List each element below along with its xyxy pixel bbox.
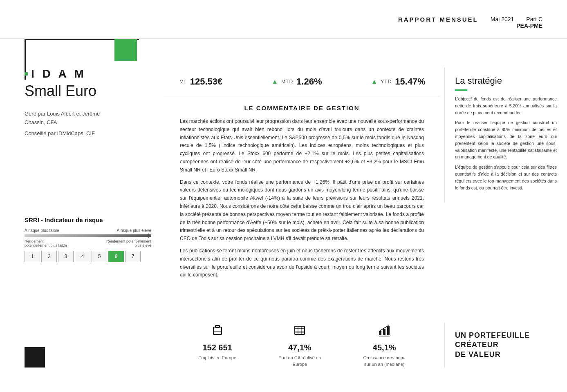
srri-title: SRRI - Indicateur de risque <box>25 216 151 223</box>
srri-sub-high: Rendement potentiellementplus élevé <box>106 239 151 247</box>
stat-vl: VL 125.53€ <box>180 76 222 87</box>
header-date: Mai 2021 <box>491 16 514 22</box>
fund-name-sub: Small Euro <box>25 82 147 100</box>
srri-sub-low: Rendementpotentiellement plus faible <box>25 239 67 247</box>
mtd-value: 1.26% <box>296 76 322 87</box>
fund-name-idam: I D A M <box>25 67 147 80</box>
dot-icon <box>25 72 28 76</box>
srri-box-1: 1 <box>25 251 40 262</box>
strategy-text: L'objectif du fonds est de réaliser une … <box>455 96 557 191</box>
strategy-title: La stratégie <box>455 76 557 86</box>
strategy-underline <box>455 89 467 91</box>
bottom-right-slogan: UN PORTEFEUILLE CRÉATEUR DE VALEUR <box>444 323 567 368</box>
svg-rect-3 <box>295 326 305 334</box>
srri-box-4: 4 <box>75 251 90 262</box>
rapport-label: RAPPORT MENSUEL <box>398 16 478 23</box>
srri-box-7: 7 <box>125 251 141 262</box>
deco-green-box <box>114 39 137 61</box>
slogan-line1: UN PORTEFEUILLE <box>455 331 557 340</box>
slogan-line2: CRÉATEUR <box>455 340 557 350</box>
bottom-stat-bnpa: 45,1% Croissance des bnpasur un an (médi… <box>363 323 406 368</box>
vl-label: VL <box>180 79 187 85</box>
slogan-text: UN PORTEFEUILLE CRÉATEUR DE VALEUR <box>455 331 557 359</box>
commentary-text: Les marchés actions ont poursuivi leur p… <box>180 118 424 279</box>
ca-label: Part du CA réalisé en Europe <box>273 355 326 368</box>
mtd-label: MTD <box>281 79 293 85</box>
bnpa-icon <box>377 323 392 341</box>
strategy-p1: L'objectif du fonds est de réaliser une … <box>455 96 557 116</box>
bottom-left-black-box <box>25 347 45 368</box>
manager-line2: Chassin, CFA <box>25 118 147 127</box>
ytd-arrow-icon: ▲ <box>371 78 377 85</box>
vl-value: 125.53€ <box>190 76 223 87</box>
bottom-stats: 152 651 Emplois en Europe 47,1% Part du … <box>164 323 440 368</box>
emplois-label: Emplois en Europe <box>198 355 236 361</box>
commentary-p2: Dans ce contexte, votre fonds réalise un… <box>180 178 424 243</box>
svg-rect-9 <box>379 331 381 335</box>
ytd-label: YTD <box>381 79 392 85</box>
srri-box-5: 5 <box>92 251 107 262</box>
srri-box-6: 6 <box>108 251 124 262</box>
srri-low-label: À risque plus faible <box>25 228 59 233</box>
emplois-icon <box>210 323 225 341</box>
ca-icon <box>292 323 307 341</box>
svg-rect-1 <box>215 325 220 327</box>
ca-value: 47,1% <box>288 343 312 352</box>
srri-box-3: 3 <box>58 251 74 262</box>
stat-ytd: ▲ YTD 15.47% <box>371 76 425 87</box>
srri-gradient-bar <box>25 234 151 237</box>
srri-sublabels: Rendementpotentiellement plus faible Ren… <box>25 239 151 247</box>
strategy-p2: Pour le réaliser l'équipe de gestion con… <box>455 119 557 160</box>
header: RAPPORT MENSUEL Mai 2021 Part C PEA-PME <box>0 0 567 39</box>
right-panel: La stratégie L'objectif du fonds est de … <box>444 67 567 203</box>
commentary-p1: Les marchés actions ont poursuivi leur p… <box>180 118 424 174</box>
strategy-p3: L'équipe de gestion s'appuie pour cela s… <box>455 164 557 191</box>
mtd-arrow-icon: ▲ <box>271 78 278 85</box>
srri-labels: À risque plus faible À risque plus élevé <box>25 228 151 233</box>
bottom-stat-emplois: 152 651 Emplois en Europe <box>198 323 236 361</box>
svg-rect-11 <box>387 326 390 335</box>
commentary: LE COMMENTAIRE DE GESTION Les marchés ac… <box>164 96 440 292</box>
svg-rect-10 <box>383 329 385 335</box>
adviser-line: Conseillé par IDMidCaps, CIF <box>25 129 147 138</box>
stat-mtd: ▲ MTD 1.26% <box>271 76 322 87</box>
bottom-stat-ca: 47,1% Part du CA réalisé en Europe <box>273 323 326 368</box>
srri-boxes: 1 2 3 4 5 6 7 <box>25 251 151 262</box>
commentary-title: LE COMMENTAIRE DE GESTION <box>180 105 424 111</box>
header-pea: PEA-PME <box>516 22 542 29</box>
manager-line1: Géré par Louis Albert et Jérôme <box>25 110 147 118</box>
bnpa-value: 45,1% <box>373 343 396 352</box>
stats-row: VL 125.53€ ▲ MTD 1.26% ▲ YTD 15.47% <box>164 67 440 96</box>
slogan-line3: DE VALEUR <box>455 350 557 359</box>
middle-panel: VL 125.53€ ▲ MTD 1.26% ▲ YTD 15.47% LE C… <box>164 67 440 292</box>
fund-manager: Géré par Louis Albert et Jérôme Chassin,… <box>25 110 147 138</box>
srri-box-2: 2 <box>41 251 57 262</box>
emplois-value: 152 651 <box>202 343 232 352</box>
srri-section: SRRI - Indicateur de risque À risque plu… <box>25 216 151 262</box>
left-panel: I D A M Small Euro Géré par Louis Albert… <box>25 67 147 138</box>
header-part: Part C <box>526 16 542 22</box>
ytd-value: 15.47% <box>395 76 426 87</box>
svg-rect-0 <box>213 327 222 334</box>
bnpa-label: Croissance des bnpasur un an (médiane) <box>363 355 406 368</box>
commentary-p3: Les publications se feront moins nombreu… <box>180 247 424 279</box>
srri-high-label: À risque plus élevé <box>117 228 152 233</box>
